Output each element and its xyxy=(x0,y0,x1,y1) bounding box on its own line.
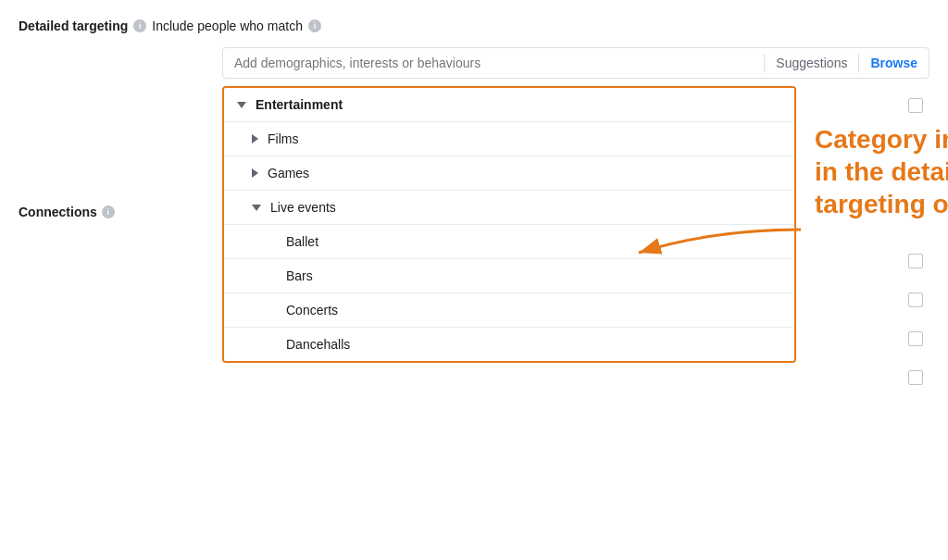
connections-info-icon[interactable]: i xyxy=(102,205,115,218)
entertainment-row[interactable]: Entertainment xyxy=(224,88,794,122)
concerts-checkbox-container xyxy=(902,319,929,358)
annotation-line2: in the detailed xyxy=(815,156,948,188)
films-row[interactable]: Films xyxy=(224,122,794,156)
films-label: Films xyxy=(268,131,298,146)
annotation-container: Category inception in the detailed targe… xyxy=(815,123,948,220)
annotation-arrow-icon xyxy=(620,220,805,276)
dancehalls-checkbox-container xyxy=(902,358,929,397)
include-people-label: Include people who match xyxy=(152,19,303,33)
ballet-label: Ballet xyxy=(286,234,318,249)
annotation-line3: targeting options xyxy=(815,188,948,220)
include-info-icon[interactable]: i xyxy=(308,19,321,32)
dancehalls-row[interactable]: Dancehalls xyxy=(224,328,794,361)
entertainment-checkbox-container xyxy=(902,86,929,125)
outer-wrapper: Entertainment Films xyxy=(222,86,929,363)
search-bar: Suggestions Browse xyxy=(222,47,929,79)
live-events-arrow-down-icon xyxy=(252,205,261,211)
games-arrow-right-icon xyxy=(252,168,258,178)
concerts-row[interactable]: Concerts xyxy=(224,293,794,328)
main-content: Connections i Suggestions Browse xyxy=(0,47,948,560)
concerts-checkbox[interactable] xyxy=(908,331,923,346)
games-label: Games xyxy=(268,166,309,180)
annotation-text: Category inception in the detailed targe… xyxy=(815,123,948,220)
bars-checkbox-container xyxy=(902,280,929,319)
entertainment-label: Entertainment xyxy=(256,97,343,112)
connections-section: Connections i xyxy=(19,205,204,219)
page-wrapper: Detailed targeting i Include people who … xyxy=(0,0,948,560)
games-row[interactable]: Games xyxy=(224,156,794,191)
entertainment-checkbox[interactable] xyxy=(908,98,923,113)
connections-label: Connections xyxy=(19,205,97,219)
live-events-label: Live events xyxy=(270,200,336,215)
detailed-targeting-info-icon[interactable]: i xyxy=(133,19,146,32)
bars-label: Bars xyxy=(286,268,313,283)
suggestions-button[interactable]: Suggestions xyxy=(765,48,858,78)
concerts-label: Concerts xyxy=(286,303,338,317)
left-panel: Connections i xyxy=(19,47,222,560)
dancehalls-checkbox[interactable] xyxy=(908,370,923,385)
search-input[interactable] xyxy=(223,48,764,78)
entertainment-arrow-down-icon xyxy=(237,102,246,108)
annotation-line1: Category inception xyxy=(815,123,948,156)
section-header: Detailed targeting i Include people who … xyxy=(0,19,948,47)
ballet-checkbox-container xyxy=(902,242,929,280)
ballet-checkbox[interactable] xyxy=(908,254,923,268)
bars-checkbox[interactable] xyxy=(908,292,923,307)
right-panel: Suggestions Browse Entertainment xyxy=(222,47,929,560)
detailed-targeting-title: Detailed targeting xyxy=(19,19,128,33)
browse-button[interactable]: Browse xyxy=(859,48,929,78)
dancehalls-label: Dancehalls xyxy=(286,337,350,352)
films-arrow-right-icon xyxy=(252,134,258,143)
